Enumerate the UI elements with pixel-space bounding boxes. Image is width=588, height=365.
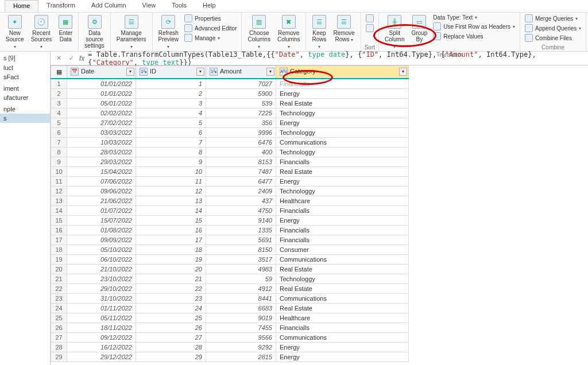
cell-id[interactable]: 11 bbox=[136, 176, 206, 186]
cell-id[interactable]: 1 bbox=[136, 79, 206, 89]
cell-amount[interactable]: 6476 bbox=[206, 137, 276, 147]
cell-id[interactable]: 16 bbox=[136, 225, 206, 235]
cell-amount[interactable]: 8150 bbox=[206, 244, 276, 254]
cell-amount[interactable]: 6477 bbox=[206, 176, 276, 186]
cell-amount[interactable]: 356 bbox=[206, 118, 276, 127]
sort-asc-button[interactable] bbox=[365, 14, 375, 23]
recent-sources-button[interactable]: 🕘Recent Sources bbox=[29, 14, 55, 51]
manage-parameters-button[interactable]: ☰Manage Parameters bbox=[114, 14, 149, 51]
combine-files-button[interactable]: Combine Files bbox=[524, 33, 582, 42]
cell-category[interactable]: Financialls bbox=[276, 323, 409, 332]
table-row[interactable]: 1709/09/2022175691Financialls bbox=[51, 235, 409, 244]
cell-category[interactable]: Energy bbox=[276, 352, 409, 362]
cell-date[interactable]: 15/07/2022 bbox=[67, 215, 136, 225]
cell-id[interactable]: 27 bbox=[136, 332, 206, 342]
cell-amount[interactable]: 8441 bbox=[206, 293, 276, 303]
cell-category[interactable]: Real Estate bbox=[276, 166, 409, 176]
cell-category[interactable]: Real Estate bbox=[276, 284, 409, 293]
column-header-date[interactable]: 📅Date▾ bbox=[67, 66, 136, 79]
column-header-category[interactable]: AᴮcCategory▾ bbox=[276, 66, 409, 79]
cell-date[interactable]: 23/10/2022 bbox=[67, 274, 136, 284]
cell-date[interactable]: 09/09/2022 bbox=[67, 235, 136, 244]
cell-amount[interactable]: 4750 bbox=[206, 205, 276, 215]
cell-amount[interactable]: 1335 bbox=[206, 225, 276, 235]
sidebar-item[interactable]: s bbox=[0, 114, 50, 123]
filter-amount[interactable]: ▾ bbox=[266, 68, 274, 76]
cell-category[interactable]: Real Estate bbox=[276, 98, 409, 108]
split-column-button[interactable]: ╫Split Column bbox=[382, 14, 407, 51]
advanced-editor-button[interactable]: Advanced Editor bbox=[183, 24, 238, 33]
enter-data-button[interactable]: ▦Enter Data bbox=[56, 14, 75, 44]
tab-tools[interactable]: Tools bbox=[164, 0, 195, 12]
tab-view[interactable]: View bbox=[134, 0, 164, 12]
cell-amount[interactable]: 9140 bbox=[206, 215, 276, 225]
cell-date[interactable]: 28/03/2022 bbox=[67, 147, 136, 157]
cell-amount[interactable]: 7027 bbox=[206, 79, 276, 89]
cell-category[interactable]: Energy bbox=[276, 215, 409, 225]
table-row[interactable]: 201/01/202225900Energy bbox=[51, 88, 409, 98]
formula-commit-button[interactable]: ✓ bbox=[67, 54, 76, 63]
cell-category[interactable]: Healthcare bbox=[276, 313, 409, 323]
cell-id[interactable]: 29 bbox=[136, 352, 206, 362]
cell-category[interactable]: Financialls bbox=[276, 157, 409, 166]
refresh-preview-button[interactable]: ⟳Refresh Preview bbox=[156, 14, 181, 51]
new-source-button[interactable]: ✦New Source bbox=[3, 14, 26, 51]
table-row[interactable]: 603/03/202269996Technologgy bbox=[51, 127, 409, 137]
cell-id[interactable]: 26 bbox=[136, 323, 206, 332]
cell-amount[interactable]: 3517 bbox=[206, 254, 276, 264]
manage-button[interactable]: Manage bbox=[183, 33, 238, 42]
cell-date[interactable]: 07/06/2022 bbox=[67, 176, 136, 186]
cell-date[interactable]: 09/06/2022 bbox=[67, 186, 136, 196]
cell-date[interactable]: 01/01/2022 bbox=[67, 79, 136, 89]
cell-category[interactable]: Technologgy bbox=[276, 186, 409, 196]
table-row[interactable]: 2618/11/2022267455Financialls bbox=[51, 323, 409, 332]
table-row[interactable]: 2401/11/2022246683Real Estate bbox=[51, 303, 409, 313]
cell-date[interactable]: 02/02/2022 bbox=[67, 108, 136, 118]
cell-category[interactable]: Financialls bbox=[276, 79, 409, 89]
cell-date[interactable]: 29/03/2022 bbox=[67, 157, 136, 166]
cell-date[interactable]: 01/11/2022 bbox=[67, 303, 136, 313]
cell-date[interactable]: 01/08/2022 bbox=[67, 225, 136, 235]
choose-columns-button[interactable]: ▥Choose Columns bbox=[245, 14, 272, 51]
cell-category[interactable]: Energy bbox=[276, 176, 409, 186]
tab-add-column[interactable]: Add Column bbox=[83, 0, 134, 12]
table-row[interactable]: 2816/12/2022289292Energy bbox=[51, 342, 409, 352]
table-row[interactable]: 101/01/202217027Financialls bbox=[51, 79, 409, 89]
sidebar-item[interactable]: nple bbox=[0, 104, 50, 114]
cell-amount[interactable]: 6683 bbox=[206, 303, 276, 313]
table-row[interactable]: 1401/07/2022144750Financialls bbox=[51, 205, 409, 215]
cell-category[interactable]: Energy bbox=[276, 118, 409, 127]
cell-category[interactable]: Communications bbox=[276, 332, 409, 342]
cell-category[interactable]: Communications bbox=[276, 137, 409, 147]
cell-id[interactable]: 21 bbox=[136, 274, 206, 284]
cell-date[interactable]: 21/10/2022 bbox=[67, 264, 136, 274]
cell-id[interactable]: 4 bbox=[136, 108, 206, 118]
cell-amount[interactable]: 8153 bbox=[206, 157, 276, 166]
cell-id[interactable]: 2 bbox=[136, 88, 206, 98]
table-row[interactable]: 710/03/202276476Communications bbox=[51, 137, 409, 147]
table-row[interactable]: 1209/06/2022122409Technologgy bbox=[51, 186, 409, 196]
cell-amount[interactable]: 4983 bbox=[206, 264, 276, 274]
cell-id[interactable]: 6 bbox=[136, 127, 206, 137]
cell-id[interactable]: 14 bbox=[136, 205, 206, 215]
cell-id[interactable]: 24 bbox=[136, 303, 206, 313]
sidebar-item[interactable]: luct bbox=[0, 63, 50, 72]
cell-id[interactable]: 28 bbox=[136, 342, 206, 352]
replace-values-button[interactable]: Replace Values bbox=[432, 32, 516, 41]
remove-rows-button[interactable]: ☰Remove Rows bbox=[331, 14, 357, 44]
table-row[interactable]: 1015/04/2022107487Real Estate bbox=[51, 166, 409, 176]
cell-category[interactable]: Real Estate bbox=[276, 264, 409, 274]
cell-date[interactable]: 21/06/2022 bbox=[67, 196, 136, 205]
merge-queries-button[interactable]: Merge Queries bbox=[524, 14, 582, 23]
cell-category[interactable]: Communications bbox=[276, 293, 409, 303]
tab-help[interactable]: Help bbox=[195, 0, 224, 12]
table-row[interactable]: 929/03/202298153Financialls bbox=[51, 157, 409, 166]
cell-category[interactable]: Technologgy bbox=[276, 147, 409, 157]
cell-id[interactable]: 13 bbox=[136, 196, 206, 205]
cell-category[interactable]: Financialls bbox=[276, 205, 409, 215]
table-row[interactable]: 2709/12/2022279566Communications bbox=[51, 332, 409, 342]
cell-amount[interactable]: 4912 bbox=[206, 284, 276, 293]
tab-transform[interactable]: Transform bbox=[38, 0, 83, 12]
cell-amount[interactable]: 5691 bbox=[206, 235, 276, 244]
cell-category[interactable]: Financialls bbox=[276, 235, 409, 244]
